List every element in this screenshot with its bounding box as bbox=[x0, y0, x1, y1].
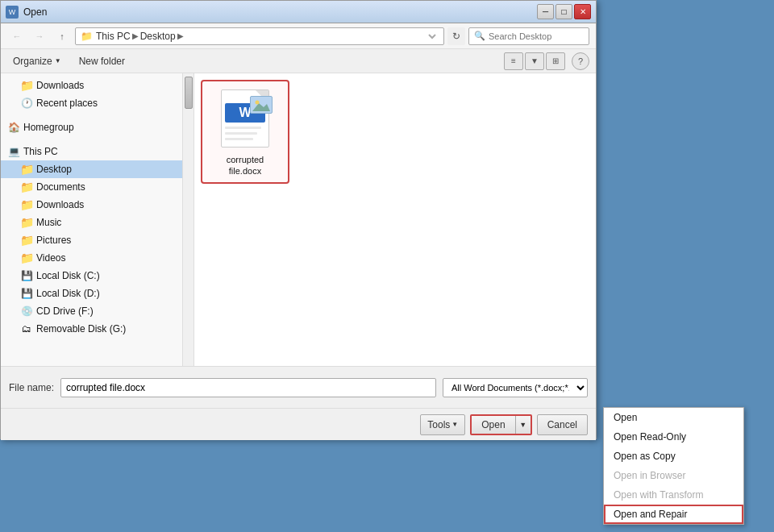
folder-icon: 📁 bbox=[20, 198, 33, 211]
refresh-button[interactable]: ↻ bbox=[447, 27, 465, 45]
open-dropdown-menu: Open Open Read-Only Open as Copy Open in… bbox=[603, 407, 744, 525]
menu-item-open-read-only[interactable]: Open Read-Only bbox=[604, 427, 743, 447]
organize-button[interactable]: Organize ▼ bbox=[7, 52, 67, 70]
cancel-button[interactable]: Cancel bbox=[537, 414, 588, 435]
open-button-group: Open ▼ bbox=[470, 414, 531, 435]
title-bar: W Open ─ □ ✕ bbox=[1, 1, 596, 23]
menu-item-open-in-browser: Open in Browser bbox=[604, 466, 743, 485]
content-area: W bbox=[194, 73, 596, 366]
address-bar[interactable]: 📁 This PC ▶ Desktop ▶ bbox=[75, 27, 444, 45]
view-dropdown-button[interactable]: ▼ bbox=[525, 52, 544, 70]
back-button[interactable]: ← bbox=[7, 27, 27, 45]
folder-icon: 📁 bbox=[20, 251, 33, 264]
breadcrumb-thispc[interactable]: This PC bbox=[96, 31, 131, 42]
sidebar-item-desktop[interactable]: 📁 Desktop bbox=[1, 160, 194, 178]
main-area: 📁 Downloads 🕐 Recent places 🏠 Homegroup bbox=[1, 73, 596, 366]
breadcrumb-desktop[interactable]: Desktop bbox=[140, 31, 176, 42]
dialog-title: Open bbox=[23, 6, 47, 18]
search-box: 🔍 bbox=[468, 27, 589, 45]
action-bar: Tools ▼ Open ▼ Cancel bbox=[1, 408, 596, 440]
search-icon: 🔍 bbox=[474, 31, 485, 41]
sidebar-item-recent-places[interactable]: 🕐 Recent places bbox=[1, 94, 194, 112]
minimize-button[interactable]: ─ bbox=[537, 4, 554, 19]
open-dialog: W Open ─ □ ✕ ← → ↑ 📁 This PC ▶ Desktop ▶ bbox=[0, 0, 597, 439]
address-dropdown[interactable] bbox=[422, 31, 439, 42]
sidebar-item-downloads-top[interactable]: 📁 Downloads bbox=[1, 77, 194, 94]
view-button-list[interactable]: ≡ bbox=[504, 52, 523, 70]
search-input[interactable] bbox=[489, 31, 600, 41]
close-button[interactable]: ✕ bbox=[574, 4, 591, 19]
menu-item-open-with-transform: Open with Transform bbox=[604, 485, 743, 505]
svg-point-2 bbox=[256, 101, 260, 105]
sidebar-item-homegroup[interactable]: 🏠 Homegroup bbox=[1, 118, 194, 136]
cd-icon: 💿 bbox=[20, 305, 33, 318]
harddisk-icon: 💾 bbox=[20, 269, 33, 282]
maximize-button[interactable]: □ bbox=[556, 4, 572, 19]
sidebar-item-music[interactable]: 📁 Music bbox=[1, 214, 194, 231]
sidebar-item-cd-drive-f[interactable]: 💿 CD Drive (F:) bbox=[1, 302, 194, 320]
menu-item-open-and-repair[interactable]: Open and Repair bbox=[604, 505, 743, 524]
sidebar-item-pictures[interactable]: 📁 Pictures bbox=[1, 231, 194, 249]
sidebar-item-local-disk-c[interactable]: 💾 Local Disk (C:) bbox=[1, 267, 194, 285]
sidebar-item-videos[interactable]: 📁 Videos bbox=[1, 249, 194, 267]
forward-button[interactable]: → bbox=[30, 27, 49, 45]
menu-item-open-as-copy[interactable]: Open as Copy bbox=[604, 447, 743, 466]
sidebar: 📁 Downloads 🕐 Recent places 🏠 Homegroup bbox=[1, 73, 194, 366]
app-icon: W bbox=[6, 6, 19, 19]
file-item-corrupted[interactable]: W bbox=[201, 80, 289, 184]
chevron-down-icon: ▼ bbox=[452, 421, 458, 428]
folder-icon: 📁 bbox=[20, 234, 33, 247]
chevron-down-icon: ▼ bbox=[55, 57, 61, 64]
menu-item-open[interactable]: Open bbox=[604, 408, 743, 427]
filename-input[interactable] bbox=[60, 378, 436, 397]
homegroup-icon: 🏠 bbox=[7, 121, 20, 134]
filename-bar: File name: All Word Documents (*.docx;*.… bbox=[1, 366, 596, 408]
image-overlay bbox=[250, 96, 273, 114]
open-dropdown-button[interactable]: ▼ bbox=[516, 416, 531, 434]
tools-button[interactable]: Tools ▼ bbox=[420, 414, 465, 435]
folder-icon: 📁 bbox=[20, 163, 33, 176]
folder-icon: 📁 bbox=[20, 79, 33, 92]
secondary-toolbar: Organize ▼ New folder ≡ ▼ ⊞ ? bbox=[1, 49, 596, 73]
computer-icon: 💻 bbox=[7, 145, 20, 158]
sidebar-item-downloads[interactable]: 📁 Downloads bbox=[1, 196, 194, 214]
open-button[interactable]: Open bbox=[472, 416, 515, 434]
sidebar-item-removable-disk-g[interactable]: 🗂 Removable Disk (G:) bbox=[1, 320, 194, 338]
new-folder-button[interactable]: New folder bbox=[73, 52, 131, 70]
filename-label: File name: bbox=[9, 382, 54, 393]
sidebar-item-local-disk-d[interactable]: 💾 Local Disk (D:) bbox=[1, 285, 194, 302]
file-icon-large: W bbox=[216, 86, 274, 151]
recent-icon: 🕐 bbox=[20, 97, 33, 110]
filetype-select[interactable]: All Word Documents (*.docx;*. All Files … bbox=[443, 378, 588, 397]
sidebar-item-this-pc[interactable]: 💻 This PC bbox=[1, 143, 194, 160]
sidebar-scrollbar[interactable] bbox=[182, 73, 194, 366]
removable-disk-icon: 🗂 bbox=[20, 322, 33, 335]
help-button[interactable]: ? bbox=[572, 52, 589, 70]
sidebar-item-documents[interactable]: 📁 Documents bbox=[1, 178, 194, 196]
folder-icon: 📁 bbox=[20, 216, 33, 229]
harddisk-icon: 💾 bbox=[20, 287, 33, 300]
up-button[interactable]: ↑ bbox=[52, 27, 72, 45]
navigation-toolbar: ← → ↑ 📁 This PC ▶ Desktop ▶ ↻ 🔍 bbox=[1, 23, 596, 49]
file-label: corrupted file.docx bbox=[227, 154, 264, 177]
view-button-details[interactable]: ⊞ bbox=[546, 52, 565, 70]
folder-icon: 📁 bbox=[20, 181, 33, 193]
folder-icon: 📁 bbox=[81, 31, 93, 42]
